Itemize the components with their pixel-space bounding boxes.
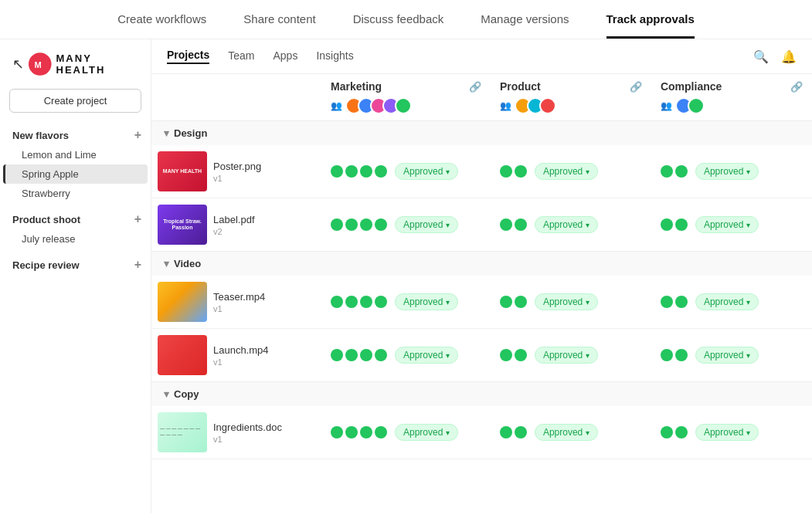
file-name-ingredients: Ingredients.doc <box>213 422 282 433</box>
file-info: Tropical Straw. Passion Label.pdf v2 <box>151 198 321 251</box>
sidebar-section-header-recipe-review: Recipe review+ <box>0 255 151 275</box>
approval-cell: Approved ▾ <box>491 276 651 329</box>
svg-text:M: M <box>34 60 41 69</box>
top-nav-item-manage-versions[interactable]: Manage versions <box>481 12 569 39</box>
top-nav-item-create-workflows[interactable]: Create workflows <box>117 12 206 39</box>
file-cell-ingredients: — — — — — — — — — — — Ingredients.doc v1 <box>151 406 321 459</box>
top-nav-item-discuss-feedback[interactable]: Discuss feedback <box>353 12 444 39</box>
file-cell-teaser: Teaser.mp4 v1 <box>151 276 321 329</box>
column-header-row: Marketing🔗👥Product🔗👥Compliance🔗👥 <box>151 74 812 121</box>
approved-badge[interactable]: Approved ▾ <box>535 424 598 441</box>
file-version-ingredients: v1 <box>213 435 282 444</box>
approved-badge[interactable]: Approved ▾ <box>535 216 598 233</box>
approved-badge[interactable]: Approved ▾ <box>695 347 759 364</box>
file-name-label: Label.pdf <box>213 214 255 225</box>
approval-cell: Approved ▾ <box>651 329 812 382</box>
approval-inner: Approved ▾ <box>661 424 803 441</box>
logo-svg: M <box>29 52 52 76</box>
approval-inner: Approved ▾ <box>331 293 481 310</box>
approved-badge[interactable]: Approved ▾ <box>395 293 458 310</box>
file-cell-launch: Launch.mp4 v1 <box>151 329 321 382</box>
avatar-marketing-4 <box>395 97 412 114</box>
approved-badge[interactable]: Approved ▾ <box>395 424 458 441</box>
secondary-nav-item-team[interactable]: Team <box>228 49 254 63</box>
empty-header-cell <box>151 74 321 121</box>
approval-cell: Approved ▾ <box>321 145 491 198</box>
approval-cell: Approved ▾ <box>321 406 491 459</box>
nav-icons: 🔍 🔔 <box>753 49 797 64</box>
file-name-launch: Launch.mp4 <box>213 344 269 356</box>
file-thumbnail-teaser <box>158 282 207 322</box>
create-project-button[interactable]: Create project <box>9 89 141 113</box>
secondary-nav-item-insights[interactable]: Insights <box>316 49 353 63</box>
file-thumbnail-ingredients: — — — — — — — — — — — <box>158 412 207 452</box>
search-icon[interactable]: 🔍 <box>753 49 769 64</box>
sidebar-item-strawberry[interactable]: Strawberry <box>3 184 148 203</box>
approval-inner: Approved ▾ <box>500 163 642 180</box>
sidebar-section-add-product-shoot[interactable]: + <box>134 212 141 226</box>
top-nav-item-share-content[interactable]: Share content <box>243 12 315 39</box>
logo-icon: M MANY HEALTH <box>29 52 138 76</box>
sidebar-section-header-new-flavors: New flavors+ <box>0 125 151 145</box>
approval-cell: Approved ▾ <box>651 276 812 329</box>
section-collapse-icon[interactable]: ▾ <box>164 388 169 400</box>
avatar-product-2 <box>539 97 556 114</box>
approval-inner: Approved ▾ <box>331 347 481 364</box>
section-collapse-icon[interactable]: ▾ <box>164 127 169 139</box>
file-thumbnail-poster: MANY HEALTH <box>158 151 207 191</box>
secondary-nav-item-apps[interactable]: Apps <box>273 49 297 63</box>
approved-badge[interactable]: Approved ▾ <box>535 293 598 310</box>
approved-badge[interactable]: Approved ▾ <box>695 216 759 233</box>
col-header-link-icon-marketing[interactable]: 🔗 <box>469 81 481 93</box>
approved-badge[interactable]: Approved ▾ <box>395 216 458 233</box>
approval-inner: Approved ▾ <box>331 163 481 180</box>
top-nav-item-track-approvals[interactable]: Track approvals <box>606 12 695 39</box>
file-version-launch: v1 <box>213 357 269 367</box>
file-thumbnail-label: Tropical Straw. Passion <box>158 205 207 245</box>
sidebar-item-lemon-and-lime[interactable]: Lemon and Lime <box>3 145 148 164</box>
approval-cell: Approved ▾ <box>321 329 491 382</box>
section-collapse-icon[interactable]: ▾ <box>164 258 169 269</box>
approval-inner: Approved ▾ <box>500 424 642 441</box>
approved-badge[interactable]: Approved ▾ <box>695 293 759 310</box>
sidebar-section-label-new-flavors: New flavors <box>12 130 69 141</box>
approved-badge[interactable]: Approved ▾ <box>695 163 759 180</box>
file-row-launch: Launch.mp4 v1 Approved ▾ Approved ▾ Appr… <box>151 329 812 382</box>
bell-icon[interactable]: 🔔 <box>781 49 797 64</box>
sidebar-section-add-recipe-review[interactable]: + <box>134 258 141 272</box>
file-version-teaser: v1 <box>213 304 265 313</box>
sidebar-section-header-product-shoot: Product shoot+ <box>0 209 151 229</box>
approved-badge[interactable]: Approved ▾ <box>535 347 598 364</box>
file-thumbnail-launch <box>158 335 207 375</box>
col-header-link-icon-compliance[interactable]: 🔗 <box>790 81 803 93</box>
approval-cell: Approved ▾ <box>491 145 651 198</box>
main-layout: ↖ M MANY HEALTH Create project New flavo… <box>0 39 812 513</box>
sidebar-section-recipe-review: Recipe review+ <box>0 255 151 275</box>
col-header-link-icon-product[interactable]: 🔗 <box>630 81 642 93</box>
sidebar-section-new-flavors: New flavors+Lemon and LimeSpring AppleSt… <box>0 125 151 203</box>
approved-badge[interactable]: Approved ▾ <box>395 347 458 364</box>
sidebar-item-spring-apple[interactable]: Spring Apple <box>3 164 148 184</box>
secondary-nav-item-projects[interactable]: Projects <box>167 49 209 64</box>
approved-badge[interactable]: Approved ▾ <box>535 163 598 180</box>
approvals-table: Marketing🔗👥Product🔗👥Compliance🔗👥 ▾Design… <box>151 74 812 459</box>
approved-badge[interactable]: Approved ▾ <box>695 424 759 441</box>
file-info: Teaser.mp4 v1 <box>151 276 321 328</box>
col-header-marketing: Marketing🔗👥 <box>321 74 491 121</box>
approval-inner: Approved ▾ <box>500 216 642 233</box>
approval-inner: Approved ▾ <box>331 216 481 233</box>
approval-inner: Approved ▾ <box>661 163 803 180</box>
file-cell-label: Tropical Straw. Passion Label.pdf v2 <box>151 198 321 252</box>
section-label: Video <box>174 258 201 269</box>
file-version-poster: v1 <box>213 174 261 183</box>
approved-badge[interactable]: Approved ▾ <box>395 163 458 180</box>
file-info: — — — — — — — — — — — Ingredients.doc v1 <box>151 406 321 459</box>
section-row-design: ▾Design <box>151 121 812 146</box>
file-name-poster: Poster.png <box>213 161 261 172</box>
approval-inner: Approved ▾ <box>661 347 803 364</box>
approval-inner: Approved ▾ <box>500 347 642 364</box>
section-label: Copy <box>174 388 199 400</box>
sidebar-section-add-new-flavors[interactable]: + <box>134 128 141 142</box>
sidebar-item-july-release[interactable]: July release <box>3 229 148 249</box>
file-info: Launch.mp4 v1 <box>151 329 321 381</box>
